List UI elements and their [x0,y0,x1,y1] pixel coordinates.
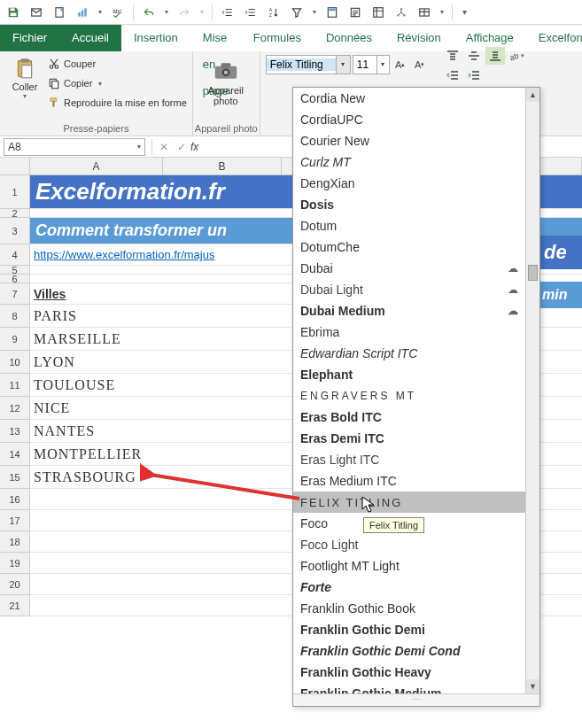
save-icon[interactable] [4,3,23,22]
dropdown-icon[interactable]: ▾ [162,8,171,16]
row-header[interactable]: 11 [0,374,30,397]
font-option[interactable]: Franklin Gothic Medium [293,683,525,693]
font-option[interactable]: CordiaUPC [293,109,525,130]
tab-miseenpage[interactable]: Mise en page [190,25,241,51]
dropdown-icon[interactable]: ▾ [310,8,319,16]
dropdown-icon[interactable]: ▾ [438,8,446,16]
row-header[interactable]: 7 [0,283,30,305]
scroll-up-icon[interactable]: ▲ [526,88,539,102]
column-header[interactable]: A [30,158,163,174]
row-header[interactable]: 14 [0,443,30,466]
font-option[interactable]: Dubai Light☁ [293,279,525,300]
font-option[interactable]: Franklin Gothic Demi Cond [293,640,525,662]
row-header[interactable]: 1 [0,175,30,209]
font-option[interactable]: Dubai☁ [293,258,525,279]
chevron-down-icon[interactable]: ▾ [376,56,389,74]
chevron-down-icon[interactable]: ▾ [98,80,102,88]
filter-icon[interactable] [287,3,307,22]
row-header[interactable]: 4 [0,244,30,266]
font-option[interactable]: Eras Light ITC [293,449,525,470]
font-option[interactable]: Edwardian Script ITC [293,343,525,364]
tab-donnees[interactable]: Données [314,25,384,51]
confirm-icon[interactable]: ✓ [173,141,190,153]
font-option[interactable]: Eras Medium ITC [293,470,525,492]
font-option[interactable]: Franklin Gothic Demi [293,619,525,640]
customize-qat-icon[interactable]: ▾ [458,3,470,22]
chevron-down-icon[interactable]: ▾ [23,92,27,100]
font-option[interactable]: DengXian [293,173,525,194]
name-box[interactable]: A8 ▾ [4,138,145,156]
row-header[interactable]: 18 [0,531,30,553]
format-painter-button[interactable]: Reproduire la mise en forme [48,94,187,112]
row-header[interactable]: 3 [0,218,30,244]
font-option[interactable]: Dotum [293,215,525,236]
dropdown-icon[interactable]: ▾ [96,8,105,16]
row-header[interactable]: 21 [0,595,30,616]
row-header[interactable]: 9 [0,328,30,351]
sort-icon[interactable]: AZ [264,3,283,22]
select-all-corner[interactable] [0,158,30,174]
font-option[interactable]: Cordia New [293,88,525,109]
copy-button[interactable]: Copier▾ [48,74,187,92]
scroll-thumb[interactable] [528,265,538,281]
row-header[interactable]: 19 [0,553,30,574]
font-option[interactable]: Courier New [293,130,525,151]
indent-icon[interactable] [464,66,484,84]
row-header[interactable]: 13 [0,420,30,443]
pivot-icon[interactable] [369,3,388,22]
font-size-input[interactable] [353,58,376,71]
tab-extra[interactable]: Excelform [526,25,582,51]
resize-handle-icon[interactable]: ∙∙∙∙ [293,693,539,706]
font-name-input[interactable] [267,58,336,71]
chart-icon[interactable] [73,3,92,22]
font-name-combo[interactable]: ▾ [266,55,351,74]
row-header[interactable]: 10 [0,351,30,374]
row-header[interactable]: 8 [0,305,30,328]
font-option[interactable]: Ebrima [293,321,525,343]
chevron-down-icon[interactable]: ▾ [137,143,141,151]
font-option[interactable]: DotumChe [293,236,525,258]
font-option[interactable]: Dosis [293,194,525,215]
quickprint-icon[interactable] [50,3,69,22]
row-header[interactable]: 2 [0,209,30,218]
font-option[interactable]: Curlz MT [293,151,525,173]
row-header[interactable]: 6 [0,275,30,283]
spellcheck-icon[interactable]: abc [108,3,128,22]
hierarchy-icon[interactable] [392,3,411,22]
tab-accueil[interactable]: Accueil [59,25,121,51]
calc-icon[interactable] [322,3,342,22]
outdent-icon[interactable] [443,66,462,84]
row-header[interactable]: 15 [0,466,30,489]
cut-button[interactable]: Couper [48,55,187,73]
font-option[interactable]: Eras Bold ITC [293,407,525,428]
row-header[interactable]: 17 [0,510,30,531]
font-option[interactable]: Foco Light [293,534,525,555]
row-header[interactable]: 20 [0,574,30,595]
table-icon[interactable] [415,3,434,22]
chevron-down-icon[interactable]: ▾ [336,56,350,74]
orientation-icon[interactable]: ab▾ [507,47,526,65]
font-option[interactable]: Eras Demi ITC [293,428,525,449]
undo-icon[interactable] [139,3,159,22]
align-middle-icon[interactable] [464,47,484,65]
paste-button[interactable]: Coller ▾ [5,55,44,112]
font-option[interactable]: Footlight MT Light [293,555,525,577]
indent-icon[interactable] [241,3,260,22]
decrease-font-icon[interactable]: A▾ [411,55,429,74]
camera-button[interactable]: Appareil photo [195,55,257,106]
align-bottom-icon[interactable] [485,47,505,65]
align-top-icon[interactable] [443,47,462,65]
tab-formules[interactable]: Formules [241,25,314,51]
tab-file[interactable]: Fichier [0,25,59,51]
font-option[interactable]: Forte [293,577,525,598]
redo-icon[interactable] [175,3,194,22]
row-header[interactable]: 16 [0,489,30,510]
tab-insertion[interactable]: Insertion [121,25,190,51]
row-header[interactable]: 12 [0,397,30,420]
font-size-combo[interactable]: ▾ [353,55,390,74]
fx-icon[interactable]: fx [190,141,208,153]
column-header[interactable]: B [163,158,282,174]
font-option[interactable]: ENGRAVERS MT [293,385,525,407]
cancel-icon[interactable]: ✕ [155,141,173,153]
increase-font-icon[interactable]: A▴ [392,55,409,74]
